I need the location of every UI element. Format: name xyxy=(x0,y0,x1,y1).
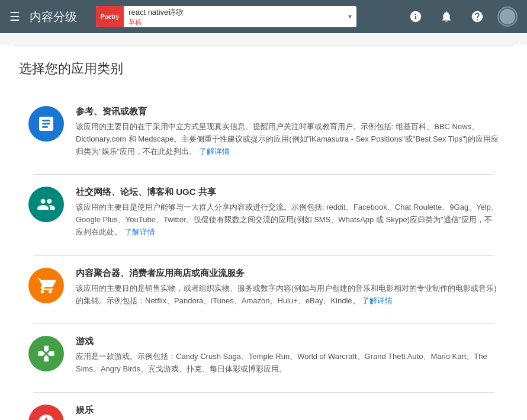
notification-icon-button[interactable] xyxy=(436,6,457,27)
game-icon xyxy=(28,336,64,371)
menu-icon[interactable]: ☰ xyxy=(9,9,20,24)
social-desc: 该应用的主要目是使用户能够与一大群人分享内容或进行交流。示例包括: reddit… xyxy=(76,201,499,238)
search-bar[interactable]: Poetry react native诗歌 草稿 ▾ xyxy=(96,6,356,27)
reference-title: 参考、资讯或教育 xyxy=(76,106,499,117)
entertainment-icon xyxy=(28,405,64,420)
store-icon xyxy=(28,268,64,303)
category-card-social[interactable]: 社交网络、论坛、博客和 UGC 共享 该应用的主要目是使用户能够与一大群人分享内… xyxy=(19,175,508,250)
social-body: 社交网络、论坛、博客和 UGC 共享 该应用的主要目是使用户能够与一大群人分享内… xyxy=(76,187,499,238)
search-badge: Poetry xyxy=(96,6,124,27)
store-desc: 该应用的主要目的是销售实物，或者组织实物、服务或数字内容(例如与用户创建的音乐和… xyxy=(76,283,499,307)
header-icons xyxy=(405,6,518,27)
search-app-name: react native诗歌 xyxy=(128,7,339,18)
avatar-image xyxy=(500,9,515,24)
entertainment-body: 娱乐 该应用旨在娱乐用户，不适合任何上述类别。示例包括 Talking Ange… xyxy=(76,405,499,420)
reference-learn-more[interactable]: 了解详情 xyxy=(199,147,230,156)
game-body: 游戏 应用是一款游戏。示例包括：Candy Crush Saga、Temple … xyxy=(76,336,499,376)
store-title: 内容聚合器、消费者应用商店或商业流服务 xyxy=(76,268,499,279)
search-dropdown-button[interactable]: ▾ xyxy=(343,6,356,27)
category-card-reference[interactable]: 参考、资讯或教育 该应用的主要目的在于采用中立方式呈现真实信息、提醒用户关注时事… xyxy=(19,94,508,169)
reference-desc: 该应用的主要目的在于采用中立方式呈现真实信息、提醒用户关注时事或教育用户。示例包… xyxy=(76,121,499,158)
category-card-game[interactable]: 游戏 应用是一款游戏。示例包括：Candy Crush Saga、Temple … xyxy=(19,324,508,387)
category-card-entertainment[interactable]: 娱乐 该应用旨在娱乐用户，不适合任何上述类别。示例包括 Talking Ange… xyxy=(19,393,508,420)
page-title: 选择您的应用类别 xyxy=(19,60,508,78)
game-desc: 应用是一款游戏。示例包括：Candy Crush Saga、Temple Run… xyxy=(76,351,499,376)
reference-icon xyxy=(28,106,64,142)
search-subtitle: 草稿 xyxy=(128,18,339,27)
social-icon xyxy=(28,187,64,222)
category-card-store[interactable]: 内容聚合器、消费者应用商店或商业流服务 该应用的主要目的是销售实物，或者组织实物… xyxy=(19,256,508,319)
store-body: 内容聚合器、消费者应用商店或商业流服务 该应用的主要目的是销售实物，或者组织实物… xyxy=(76,268,499,307)
store-learn-more[interactable]: 了解详情 xyxy=(362,296,393,305)
avatar[interactable] xyxy=(497,7,518,27)
reference-body: 参考、资讯或教育 该应用的主要目的在于采用中立方式呈现真实信息、提醒用户关注时事… xyxy=(76,106,499,158)
entertainment-title: 娱乐 xyxy=(76,405,499,416)
game-title: 游戏 xyxy=(76,336,499,347)
info-icon-button[interactable] xyxy=(405,6,426,27)
page-content: 选择您的应用类别 参考、资讯或教育 该应用的主要目的在于采用中立方式呈现真实信息… xyxy=(0,46,527,420)
header: ☰ 内容分级 Poetry react native诗歌 草稿 ▾ xyxy=(0,0,527,33)
help-icon-button[interactable] xyxy=(467,6,488,27)
social-title: 社交网络、论坛、博客和 UGC 共享 xyxy=(76,187,499,198)
social-learn-more[interactable]: 了解详情 xyxy=(124,227,155,236)
search-content: react native诗歌 草稿 xyxy=(124,6,343,27)
app-title: 内容分级 xyxy=(30,9,77,25)
